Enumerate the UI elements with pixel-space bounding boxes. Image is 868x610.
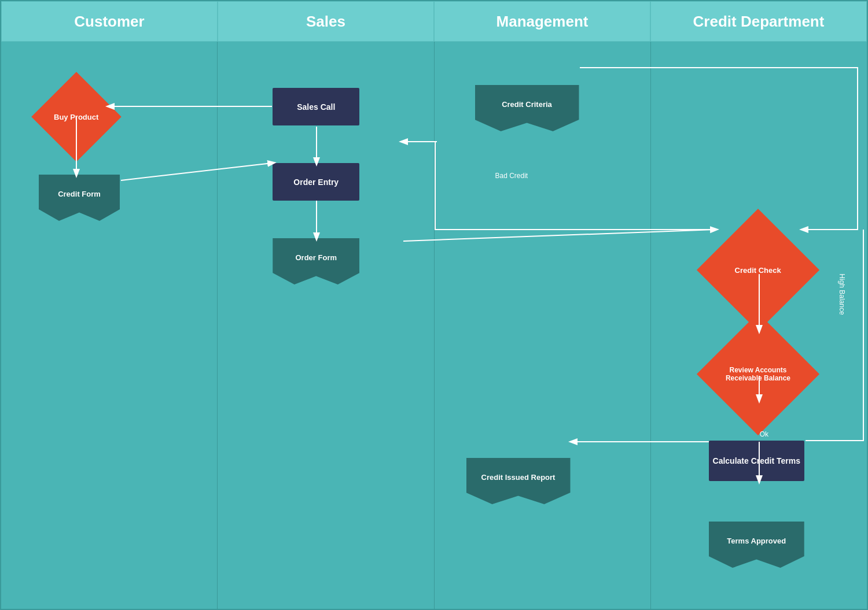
buy-product-diamond: Buy Product xyxy=(31,72,122,162)
lane-sales: Sales Call Order Entry Order Form xyxy=(218,42,434,610)
terms-approved-banner: Terms Approved xyxy=(709,522,804,568)
lane-customer: Buy Product Credit Form xyxy=(1,42,218,610)
header-credit-department: Credit Department xyxy=(650,1,867,42)
bad-credit-label: Bad Credit xyxy=(495,172,528,180)
credit-form-label: Credit Form xyxy=(58,190,101,198)
calculate-credit-rect: Calculate Credit Terms xyxy=(709,441,804,481)
order-entry-rect: Order Entry xyxy=(273,163,359,201)
sales-call-rect: Sales Call xyxy=(273,88,359,125)
order-entry-label: Order Entry xyxy=(293,178,339,187)
swimlanes: Buy Product Credit Form Sales Call Order… xyxy=(1,42,867,610)
ok2-label: Ok xyxy=(760,430,768,438)
header-management: Management xyxy=(434,1,650,42)
high-balance-label: High Balance xyxy=(837,273,845,315)
order-form-banner: Order Form xyxy=(273,238,359,284)
lane-credit-department: Credit Check Ok Review Accounts Receivab… xyxy=(651,42,867,610)
sales-call-label: Sales Call xyxy=(297,102,335,112)
credit-criteria-banner: Credit Criteria xyxy=(475,85,579,131)
credit-check-label: Credit Check xyxy=(720,266,796,275)
credit-issued-report-banner: Credit Issued Report xyxy=(466,458,571,504)
header-sales: Sales xyxy=(218,1,434,42)
credit-criteria-label: Credit Criteria xyxy=(502,100,552,109)
order-form-label: Order Form xyxy=(295,253,337,262)
credit-issued-report-label: Credit Issued Report xyxy=(481,473,556,482)
calculate-credit-label: Calculate Credit Terms xyxy=(713,456,800,465)
header-row: Customer Sales Management Credit Departm… xyxy=(1,1,867,42)
review-ar-diamond: Review Accounts Receivable Balance xyxy=(697,313,819,435)
terms-approved-label: Terms Approved xyxy=(727,537,786,545)
buy-product-label: Buy Product xyxy=(45,113,108,121)
lane-management: Credit Criteria Bad Credit Credit Issued… xyxy=(435,42,651,610)
diagram: Customer Sales Management Credit Departm… xyxy=(0,0,868,610)
review-ar-label: Review Accounts Receivable Balance xyxy=(720,366,796,382)
header-customer: Customer xyxy=(1,1,218,42)
credit-form-banner: Credit Form xyxy=(39,175,120,221)
